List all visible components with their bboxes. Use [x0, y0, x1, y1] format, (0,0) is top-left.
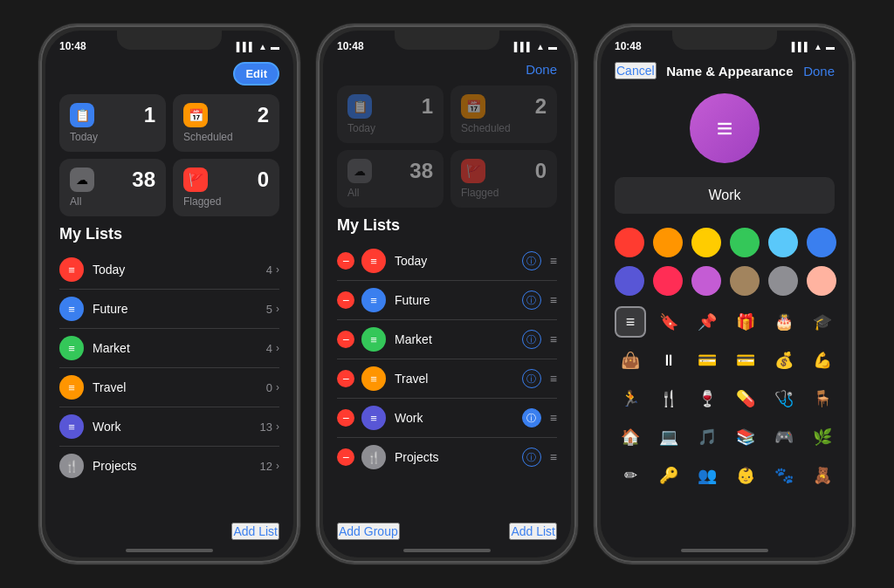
icon-pen[interactable]: ✏: [615, 460, 646, 491]
done-button-2[interactable]: Done: [526, 62, 557, 77]
color-red[interactable]: [615, 228, 644, 257]
cancel-button[interactable]: Cancel: [615, 62, 657, 79]
icon-book[interactable]: 📚: [730, 421, 761, 453]
done-button-3[interactable]: Done: [803, 64, 835, 79]
color-orange[interactable]: [653, 228, 683, 257]
icon-pause[interactable]: ⏸: [653, 345, 684, 376]
icon-family[interactable]: 👶: [730, 460, 761, 491]
icon-money[interactable]: 💰: [768, 345, 800, 376]
icon-gift[interactable]: 🎁: [730, 306, 761, 338]
icon-key[interactable]: 🔑: [653, 460, 684, 491]
color-blue[interactable]: [807, 228, 836, 257]
add-list-button-1[interactable]: Add List: [231, 523, 279, 540]
edit-button[interactable]: Edit: [233, 62, 279, 85]
icon-food[interactable]: 🍴: [653, 383, 684, 414]
color-green[interactable]: [730, 228, 760, 257]
notch-2: [395, 31, 499, 50]
list-icon-preview[interactable]: ≡: [690, 93, 760, 163]
icon-chair[interactable]: 🪑: [807, 383, 838, 414]
list-name-market: Market: [93, 341, 266, 355]
info-button-work-active[interactable]: ⓘ: [522, 408, 541, 427]
delete-icon[interactable]: −: [337, 291, 354, 309]
icon-health[interactable]: 🩺: [768, 383, 800, 414]
color-lightblue[interactable]: [768, 228, 798, 257]
name-input-container[interactable]: Work: [615, 177, 835, 214]
icon-toy[interactable]: 🧸: [807, 460, 838, 491]
delete-icon[interactable]: −: [337, 448, 354, 466]
list-item-edit[interactable]: − ≡ Market ⓘ ≡: [337, 320, 557, 359]
info-button-today[interactable]: ⓘ: [522, 251, 541, 270]
info-button-projects[interactable]: ⓘ: [522, 448, 541, 467]
add-list-button-2[interactable]: Add List: [509, 523, 557, 540]
list-name-input[interactable]: Work: [629, 188, 821, 203]
list-item[interactable]: ≡ Travel 0 ›: [59, 368, 279, 407]
icon-computer[interactable]: 💻: [653, 421, 684, 453]
icon-card[interactable]: 💳: [691, 345, 723, 376]
icon-home[interactable]: 🏠: [615, 421, 646, 453]
info-button-future[interactable]: ⓘ: [522, 291, 541, 310]
list-item-edit-work[interactable]: − ≡ Work ⓘ ≡: [337, 399, 557, 438]
wifi-icon: ▲: [258, 42, 267, 51]
drag-handle[interactable]: ≡: [550, 254, 557, 268]
color-yellow[interactable]: [691, 228, 721, 257]
color-brown[interactable]: [730, 266, 760, 296]
name-appearance-header: Cancel Name & Appearance Done: [615, 58, 835, 93]
list-item-edit[interactable]: − ≡ Future ⓘ ≡: [337, 281, 557, 320]
list-count-travel: 0: [266, 381, 272, 394]
time-1: 10:48: [59, 40, 86, 52]
delete-icon[interactable]: −: [337, 331, 354, 348]
list-item[interactable]: ≡ Work 13 ›: [59, 407, 279, 447]
info-button-travel[interactable]: ⓘ: [522, 369, 541, 388]
icon-bag[interactable]: 👜: [615, 345, 646, 376]
list-item[interactable]: ≡ Market 4 ›: [59, 329, 279, 368]
icon-list[interactable]: ≡: [615, 306, 646, 338]
color-pink[interactable]: [653, 266, 683, 296]
list-item-edit[interactable]: − ≡ Travel ⓘ ≡: [337, 359, 557, 399]
chevron-icon: ›: [276, 303, 279, 315]
delete-icon[interactable]: −: [337, 370, 354, 387]
list-item-edit[interactable]: − 🍴 Projects ⓘ ≡: [337, 438, 557, 476]
icon-fitness[interactable]: 💪: [807, 345, 838, 376]
scheduled-card: 📅 2 Scheduled: [173, 94, 279, 152]
info-button-market[interactable]: ⓘ: [522, 330, 541, 349]
today-card: 📋 1 Today: [59, 94, 166, 152]
icon-credit[interactable]: 💳: [730, 345, 761, 376]
icon-people[interactable]: 👥: [691, 460, 723, 491]
icon-medicine[interactable]: 💊: [730, 383, 761, 414]
icon-paw[interactable]: 🐾: [768, 460, 800, 491]
add-group-button[interactable]: Add Group: [337, 523, 400, 540]
icon-music[interactable]: 🎵: [691, 421, 723, 453]
drag-handle[interactable]: ≡: [550, 411, 557, 425]
list-count-projects: 12: [260, 460, 272, 473]
list-count-work: 13: [260, 420, 272, 434]
icon-picker: ≡ 🔖 📌 🎁 🎂 🎓 👜 ⏸ 💳 💳 💰 💪 🏃 🍴 🍷 💊: [615, 306, 835, 491]
color-salmon[interactable]: [807, 266, 836, 296]
icon-drink[interactable]: 🍷: [691, 383, 723, 414]
color-violet[interactable]: [691, 266, 721, 296]
list-icon-projects-edit: 🍴: [361, 445, 386, 469]
drag-handle[interactable]: ≡: [550, 450, 557, 464]
list-item[interactable]: ≡ Future 5 ›: [59, 290, 279, 329]
signal-icon: ▌▌▌: [514, 42, 533, 51]
icon-bookmark[interactable]: 🔖: [653, 306, 684, 338]
delete-icon[interactable]: −: [337, 252, 354, 270]
list-item[interactable]: 🍴 Projects 12 ›: [59, 447, 279, 485]
my-lists-title-2: My Lists: [337, 216, 557, 235]
phone-1-content: Edit 📋 1 Today 📅 2: [45, 58, 293, 557]
status-icons-2: ▌▌▌ ▲ ▬: [514, 42, 557, 51]
drag-handle[interactable]: ≡: [550, 332, 557, 346]
drag-handle[interactable]: ≡: [550, 293, 557, 307]
color-gray[interactable]: [768, 266, 798, 296]
delete-icon[interactable]: −: [337, 409, 354, 427]
list-item[interactable]: ≡ Today 4 ›: [59, 250, 279, 290]
icon-nature[interactable]: 🌿: [807, 421, 838, 453]
color-purple[interactable]: [615, 266, 644, 296]
chevron-icon: ›: [276, 342, 279, 354]
icon-graduation[interactable]: 🎓: [807, 306, 838, 338]
icon-pin[interactable]: 📌: [691, 306, 723, 338]
icon-game[interactable]: 🎮: [768, 421, 800, 453]
drag-handle[interactable]: ≡: [550, 372, 557, 386]
icon-run[interactable]: 🏃: [615, 383, 646, 414]
icon-cake[interactable]: 🎂: [768, 306, 800, 338]
list-item-edit[interactable]: − ≡ Today ⓘ ≡: [337, 242, 557, 281]
